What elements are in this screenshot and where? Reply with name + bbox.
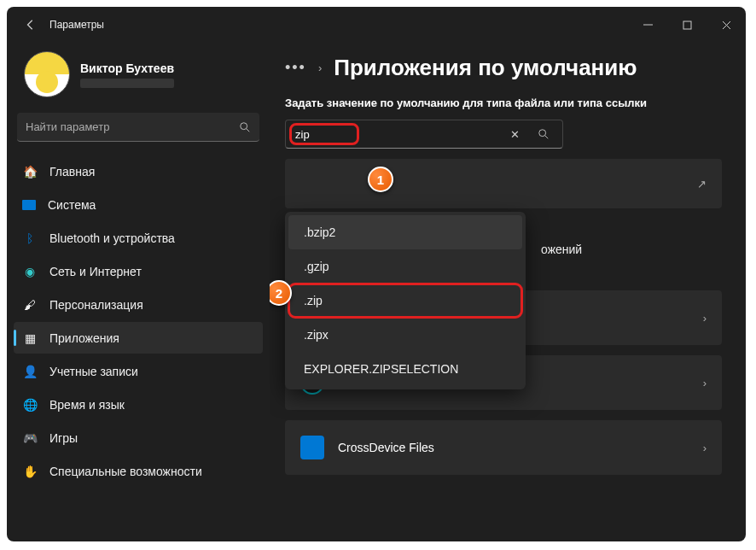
- brush-icon: 🖌: [22, 297, 38, 313]
- app-row-crossdevice[interactable]: CrossDevice Files ›: [285, 420, 722, 475]
- sidebar-item-time[interactable]: 🌐Время и язык: [14, 389, 263, 420]
- minimize-button[interactable]: [628, 9, 667, 40]
- accessibility-icon: ✋: [22, 464, 38, 479]
- content: ••• › Приложения по умолчанию Задать зна…: [270, 43, 746, 541]
- section-subtitle: Задать значение по умолчанию для типа фа…: [285, 97, 722, 109]
- maximize-button[interactable]: [667, 9, 707, 40]
- user-block[interactable]: Виктор Бухтеев: [14, 43, 263, 113]
- sidebar-item-accounts[interactable]: 👤Учетные записи: [14, 355, 263, 387]
- sidebar-item-bluetooth[interactable]: ᛒBluetooth и устройства: [14, 222, 263, 254]
- apps-icon: ▦: [22, 331, 38, 346]
- chevron-right-icon: ›: [703, 377, 707, 389]
- sidebar-item-system[interactable]: Система: [14, 189, 263, 220]
- titlebar: Параметры: [7, 7, 746, 43]
- sidebar: Виктор Бухтеев 🏠Главная Система ᛒBluetoo…: [7, 43, 270, 541]
- breadcrumb-more[interactable]: •••: [285, 59, 306, 77]
- nav: 🏠Главная Система ᛒBluetooth и устройства…: [14, 155, 263, 487]
- account-icon: 👤: [22, 364, 38, 379]
- dropdown-item[interactable]: .gzip: [288, 249, 522, 284]
- dropdown-item[interactable]: EXPLORER.ZIPSELECTION: [288, 352, 522, 386]
- back-button[interactable]: [17, 11, 44, 38]
- sidebar-search-input[interactable]: [26, 120, 239, 133]
- window-controls: [628, 9, 746, 40]
- annotation-badge-1: 1: [368, 167, 393, 192]
- time-icon: 🌐: [22, 397, 38, 412]
- sidebar-search[interactable]: [17, 113, 259, 142]
- chevron-right-icon: ›: [703, 312, 707, 325]
- filetype-dropdown: .bzip2 .gzip .zip .zipx EXPLORER.ZIPSELE…: [285, 212, 526, 389]
- search-button[interactable]: [532, 122, 555, 146]
- sidebar-item-network[interactable]: ◉Сеть и Интернет: [14, 255, 263, 287]
- svg-point-2: [539, 130, 546, 137]
- filetype-highlight: [289, 123, 359, 145]
- chevron-right-icon: ›: [318, 61, 322, 74]
- system-icon: [22, 200, 36, 210]
- open-external-icon: ↗: [697, 178, 707, 190]
- settings-window: Параметры Виктор Бухтеев 🏠Главная Систем: [7, 7, 746, 541]
- search-icon: [239, 121, 251, 133]
- page-title: Приложения по умолчанию: [334, 55, 637, 81]
- home-icon: 🏠: [22, 164, 38, 179]
- dropdown-item[interactable]: .zipx: [288, 318, 522, 352]
- sidebar-item-gaming[interactable]: 🎮Игры: [14, 422, 263, 453]
- clear-button[interactable]: ✕: [503, 122, 526, 146]
- sidebar-item-personalization[interactable]: 🖌Персонализация: [14, 289, 263, 320]
- user-email-hidden: [80, 79, 174, 88]
- close-button[interactable]: [707, 9, 746, 40]
- sidebar-item-home[interactable]: 🏠Главная: [14, 155, 263, 187]
- crossdevice-icon: [300, 436, 324, 459]
- bluetooth-icon: ᛒ: [22, 231, 38, 246]
- sidebar-item-accessibility[interactable]: ✋Специальные возможности: [14, 455, 263, 487]
- dropdown-item[interactable]: .bzip2: [288, 215, 522, 249]
- games-icon: 🎮: [22, 430, 38, 446]
- filetype-search[interactable]: ✕: [285, 120, 563, 149]
- svg-point-1: [241, 122, 247, 129]
- user-name: Виктор Бухтеев: [80, 61, 174, 75]
- chevron-right-icon: ›: [703, 442, 707, 454]
- breadcrumb: ••• › Приложения по умолчанию: [285, 55, 722, 81]
- avatar: [24, 51, 70, 97]
- dropdown-item-zip[interactable]: .zip: [288, 284, 522, 318]
- filetype-input[interactable]: [295, 128, 353, 141]
- window-title: Параметры: [49, 19, 104, 31]
- wifi-icon: ◉: [22, 264, 38, 279]
- card-partial[interactable]: ↗: [285, 159, 722, 208]
- sidebar-item-apps[interactable]: ▦Приложения: [14, 322, 263, 354]
- svg-rect-0: [683, 21, 691, 29]
